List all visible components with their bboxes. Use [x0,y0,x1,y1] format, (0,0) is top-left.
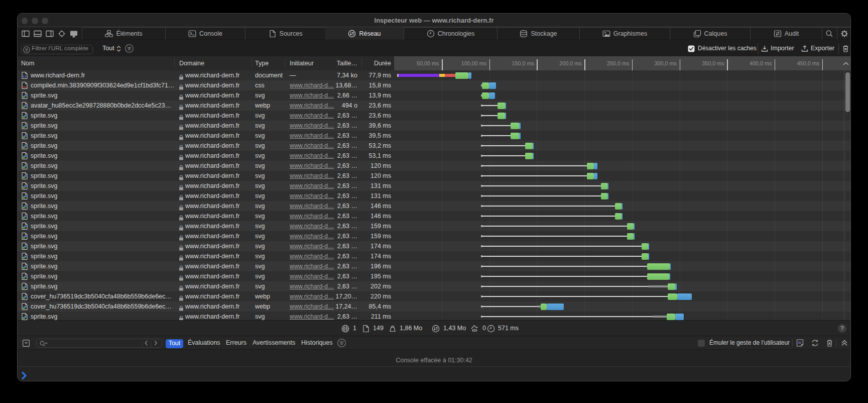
svg-text:css: css [23,85,27,88]
svg-text:JS: JS [798,341,801,344]
